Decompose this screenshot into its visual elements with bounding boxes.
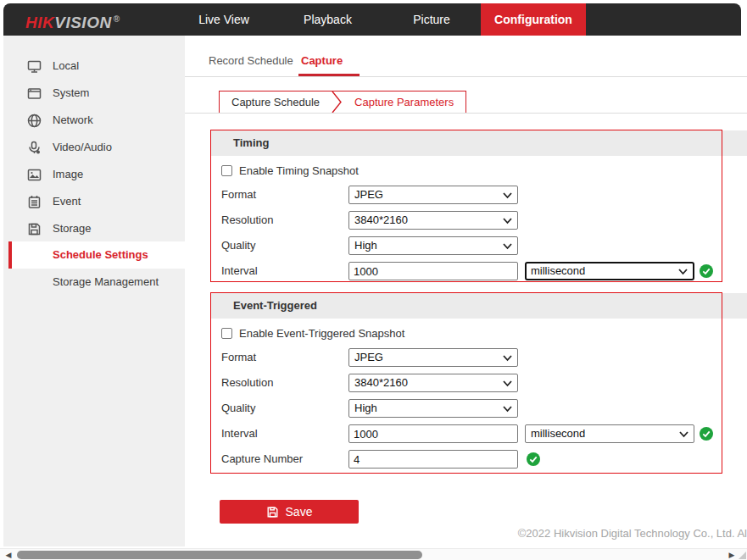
subtab-capture-schedule[interactable]: Capture Schedule: [220, 91, 332, 113]
timing-interval-unit-select[interactable]: millisecond: [525, 262, 694, 280]
section-title: Timing: [233, 130, 269, 156]
tab-record-schedule[interactable]: Record Schedule: [209, 54, 293, 67]
enable-timing-snapshot-label: Enable Timing Snapshot: [239, 164, 359, 177]
sidebar-label: Video/Audio: [53, 134, 112, 161]
event-quality-select[interactable]: High: [348, 399, 518, 418]
event-interval-input[interactable]: [348, 424, 518, 443]
footer-copyright: ©2022 Hikvision Digital Technology Co., …: [185, 527, 747, 540]
chevron-right-icon: [332, 91, 343, 113]
sidebar-item-local[interactable]: Local: [3, 53, 185, 80]
chevron-down-icon: [503, 192, 512, 199]
select-value: millisecond: [531, 425, 585, 442]
sidebar-label: System: [53, 80, 89, 107]
enable-timing-snapshot-checkbox[interactable]: [221, 165, 232, 176]
nav-live-view[interactable]: Live View: [177, 3, 270, 36]
nav-picture[interactable]: Picture: [389, 3, 474, 36]
sidebar-item-storage-management[interactable]: Storage Management: [3, 269, 185, 296]
hikvision-logo: HIKVISION®: [25, 3, 120, 36]
select-value: JPEG: [354, 186, 383, 203]
interval-label: Interval: [221, 424, 258, 443]
chevron-down-icon: [503, 355, 512, 362]
sidebar-sublabel: Storage Management: [53, 269, 159, 296]
monitor-icon: [27, 59, 42, 74]
section-title: Event-Triggered: [233, 293, 317, 319]
event-header-strip-extension: [722, 293, 747, 319]
microphone-icon: [27, 141, 42, 155]
nav-configuration[interactable]: Configuration: [481, 3, 586, 36]
subtab-capture-parameters[interactable]: Capture Parameters: [343, 91, 465, 113]
format-label: Format: [221, 348, 256, 367]
event-interval-field: [348, 424, 518, 443]
event-section-header: Event-Triggered: [211, 293, 722, 319]
sidebar-label: Image: [53, 161, 83, 188]
select-value: JPEG: [354, 349, 383, 366]
event-calendar-icon: [27, 195, 42, 209]
floppy-save-icon: [266, 506, 279, 518]
sidebar-item-storage[interactable]: Storage: [3, 215, 185, 242]
sidebar-label: Local: [53, 53, 79, 80]
resize-grip: [739, 552, 746, 559]
sidebar-label: Storage: [53, 215, 92, 242]
enable-event-triggered-snapshot-checkbox[interactable]: [221, 328, 232, 339]
subtab-bar: Capture Schedule Capture Parameters: [219, 91, 466, 114]
chevron-down-icon: [503, 243, 512, 250]
chevron-down-icon: [678, 269, 688, 275]
select-value: 3840*2160: [354, 374, 408, 391]
scrollbar-thumb[interactable]: [17, 551, 422, 559]
main-content: Record Schedule Capture Capture Schedule…: [185, 36, 747, 546]
logo-text-gray: VISION: [54, 14, 111, 31]
horizontal-scrollbar[interactable]: ◀ ▶: [0, 548, 747, 560]
event-format-select[interactable]: JPEG: [348, 348, 518, 367]
chevron-down-icon: [679, 431, 688, 438]
sidebar-item-schedule-settings[interactable]: Schedule Settings: [8, 241, 185, 269]
sidebar-sublabel: Schedule Settings: [53, 241, 148, 269]
system-window-icon: [27, 86, 42, 101]
select-value: millisecond: [531, 263, 585, 279]
select-value: High: [354, 237, 377, 254]
chevron-down-icon: [503, 380, 512, 387]
event-resolution-select[interactable]: 3840*2160: [348, 374, 518, 392]
divider: [185, 76, 747, 77]
timing-quality-select[interactable]: High: [348, 236, 518, 255]
resolution-label: Resolution: [221, 374, 273, 392]
select-value: High: [354, 400, 377, 417]
storage-disk-icon: [27, 222, 42, 236]
timing-interval-field: [348, 262, 518, 280]
sidebar-item-event[interactable]: Event: [3, 188, 185, 215]
chevron-down-icon: [503, 406, 512, 413]
sidebar-item-video-audio[interactable]: Video/Audio: [3, 134, 185, 161]
event-interval-unit-select[interactable]: millisecond: [525, 424, 694, 443]
interval-label: Interval: [221, 262, 258, 280]
scroll-right-icon[interactable]: ▶: [726, 549, 738, 560]
timing-format-select[interactable]: JPEG: [348, 186, 518, 204]
scroll-left-icon[interactable]: ◀: [3, 549, 14, 560]
capture-number-label: Capture Number: [221, 450, 303, 469]
timing-header-strip-extension: [722, 130, 747, 156]
capture-number-field: [348, 450, 518, 469]
quality-label: Quality: [221, 399, 255, 418]
sidebar-item-network[interactable]: Network: [3, 107, 185, 134]
resolution-label: Resolution: [221, 211, 273, 230]
sidebar-item-image[interactable]: Image: [3, 161, 185, 188]
nav-playback[interactable]: Playback: [283, 3, 372, 36]
sidebar-item-system[interactable]: System: [3, 80, 185, 107]
chevron-down-icon: [503, 218, 512, 225]
event-triggered-section: Event-Triggered Enable Event-Triggered S…: [210, 292, 722, 474]
check-circle-icon: [527, 452, 540, 466]
network-globe-icon: [27, 114, 42, 128]
top-navbar: HIKVISION® Live View Playback Picture Co…: [3, 3, 741, 36]
registered-mark: ®: [114, 14, 120, 24]
timing-section: Timing Enable Timing Snapshot Format JPE…: [210, 130, 722, 282]
enable-event-triggered-snapshot-label: Enable Event-Triggered Snapshot: [239, 327, 404, 340]
check-circle-icon: [700, 264, 713, 278]
tab-capture[interactable]: Capture: [301, 54, 343, 67]
sidebar-label: Network: [53, 107, 93, 134]
capture-number-input[interactable]: [348, 450, 518, 469]
check-circle-icon: [700, 427, 713, 441]
format-label: Format: [221, 186, 256, 204]
timing-interval-input[interactable]: [348, 262, 518, 280]
save-button[interactable]: Save: [220, 500, 359, 524]
timing-resolution-select[interactable]: 3840*2160: [348, 211, 518, 230]
sidebar-label: Event: [53, 188, 81, 215]
image-icon: [27, 168, 42, 182]
